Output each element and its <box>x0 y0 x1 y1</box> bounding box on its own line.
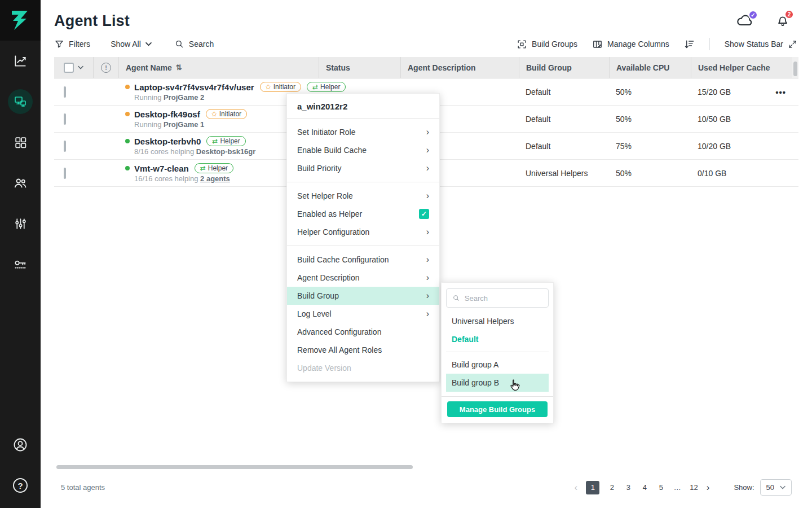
build-group-cell: Universal Helpers <box>519 169 609 178</box>
row-checkbox[interactable] <box>64 141 66 152</box>
agent-name: Desktop-terbvh0 <box>134 137 201 146</box>
available-cpu-cell: 50% <box>609 87 691 97</box>
manage-build-groups-button[interactable]: Manage Build Groups <box>447 401 548 417</box>
alert-icon: ! <box>101 63 111 73</box>
menu-item-build-cache-configuration[interactable]: Build Cache Configuration› <box>287 251 439 269</box>
scrollbar-thumb[interactable] <box>793 62 797 76</box>
grid-icon <box>14 135 28 150</box>
page-3[interactable]: 3 <box>624 483 632 492</box>
vertical-scrollbar[interactable] <box>792 57 798 78</box>
sort-arrows-icon[interactable]: ⇅ <box>176 63 182 72</box>
manage-columns-icon <box>592 39 603 50</box>
column-header-agent-description[interactable]: Agent Description <box>400 57 519 78</box>
build-groups-button[interactable]: Build Groups <box>517 39 577 50</box>
next-page-button[interactable]: › <box>707 482 710 493</box>
submenu-item-default[interactable]: Default <box>446 330 549 348</box>
help-icon: ? <box>13 478 28 493</box>
sort-button[interactable] <box>684 39 695 50</box>
page-title: Agent List <box>54 12 130 30</box>
page-4[interactable]: 4 <box>641 483 648 492</box>
agent-name: Laptop-sv4r7f4vsv4r7f4v/user <box>134 82 254 92</box>
select-all-checkbox[interactable] <box>64 63 74 73</box>
menu-item-set-initiator-role[interactable]: Set Initiator Role› <box>287 123 439 141</box>
filters-button[interactable]: Filters <box>54 39 90 49</box>
helper-badge: ⇄Helper <box>206 136 245 146</box>
row-checkbox[interactable] <box>64 113 66 125</box>
toolbar: Filters Show All Search Build Groups <box>41 32 812 57</box>
table-header: ! Agent Name ⇅ Status Agent Description … <box>54 57 798 78</box>
build-group-submenu: Universal Helpers Default Build group A … <box>441 282 554 423</box>
sidebar-item-dashboard[interactable] <box>0 41 41 81</box>
column-header-build-group[interactable]: Build Group <box>519 57 609 78</box>
checked-checkbox[interactable]: ✓ <box>419 209 429 219</box>
row-more-button[interactable]: ••• <box>775 87 786 97</box>
chevron-down-icon[interactable] <box>78 65 83 69</box>
used-helper-cache-cell: 10/20 GB <box>691 142 781 151</box>
show-all-dropdown[interactable]: Show All <box>111 40 152 49</box>
helper-icon: ⇄ <box>312 83 318 91</box>
notifications-button[interactable]: 2 <box>776 13 789 30</box>
header-icons: ✓ 2 <box>736 13 789 30</box>
available-cpu-cell: 50% <box>609 115 691 124</box>
menu-item-remove-all-agent-roles[interactable]: Remove All Agent Roles <box>287 341 439 359</box>
agent-context-menu: a_win2012r2 Set Initiator Role› Enable B… <box>286 93 440 382</box>
menu-item-enable-build-cache[interactable]: Enable Build Cache› <box>287 141 439 159</box>
column-header-agent-name[interactable]: Agent Name ⇅ <box>118 57 319 78</box>
sidebar-item-help[interactable]: ? <box>0 465 41 506</box>
sidebar-item-users[interactable] <box>0 163 41 203</box>
row-checkbox[interactable] <box>64 168 66 179</box>
chevron-right-icon: › <box>426 127 429 137</box>
page-header: Agent List ✓ 2 <box>41 0 812 32</box>
available-cpu-cell: 50% <box>609 169 691 178</box>
row-checkbox[interactable] <box>64 86 66 98</box>
used-helper-cache-cell: 10/50 GB <box>691 115 781 124</box>
filter-icon <box>54 39 64 49</box>
helper-icon: ⇄ <box>200 164 206 172</box>
menu-item-build-priority[interactable]: Build Priority› <box>287 159 439 177</box>
sidebar-item-settings[interactable] <box>0 203 41 244</box>
avatar-icon <box>12 437 28 453</box>
used-helper-cache-cell: 15/20 GB <box>691 87 781 97</box>
menu-item-update-version: Update Version <box>287 359 439 377</box>
sidebar-item-account[interactable] <box>0 424 41 465</box>
check-icon: ✓ <box>751 12 755 18</box>
cloud-status-button[interactable]: ✓ <box>736 14 753 29</box>
search-button[interactable]: Search <box>174 39 214 49</box>
submenu-item-build-group-a[interactable]: Build group A <box>446 356 549 374</box>
search-label: Search <box>189 40 214 49</box>
alert-column-header: ! <box>93 57 118 78</box>
submenu-item-universal-helpers[interactable]: Universal Helpers <box>446 312 549 330</box>
column-header-status[interactable]: Status <box>319 57 400 78</box>
menu-item-set-helper-role[interactable]: Set Helper Role› <box>287 187 439 205</box>
menu-item-build-group[interactable]: Build Group› <box>287 287 439 305</box>
sidebar-item-licenses[interactable] <box>0 244 41 284</box>
page-12[interactable]: 12 <box>690 483 698 492</box>
menu-item-log-level[interactable]: Log Level› <box>287 305 439 323</box>
page-ellipsis: … <box>673 483 681 492</box>
page-size-select[interactable]: 50 <box>760 479 792 496</box>
menu-item-helper-configuration[interactable]: Helper Configuration› <box>287 223 439 241</box>
menu-item-enabled-as-helper[interactable]: Enabled as Helper✓ <box>287 205 439 223</box>
menu-item-agent-description[interactable]: Agent Description› <box>287 269 439 287</box>
page-5[interactable]: 5 <box>657 483 665 492</box>
column-header-available-cpu[interactable]: Available CPU <box>609 57 691 78</box>
prev-page-button[interactable]: ‹ <box>575 482 578 493</box>
submenu-footer: Manage Build Groups <box>442 396 553 418</box>
page-1[interactable]: 1 <box>586 481 599 494</box>
helped-agents-link[interactable]: 2 agents <box>200 174 230 183</box>
show-status-bar-button[interactable]: Show Status Bar <box>725 40 797 49</box>
filters-label: Filters <box>69 40 90 49</box>
page-2[interactable]: 2 <box>608 483 616 492</box>
submenu-search-input[interactable] <box>465 294 542 303</box>
submenu-item-build-group-b[interactable]: Build group B <box>446 374 549 392</box>
horizontal-scrollbar[interactable] <box>56 465 413 469</box>
sidebar-item-builds[interactable] <box>0 122 41 163</box>
column-header-used-helper-cache[interactable]: Used Helper Cache <box>691 57 792 78</box>
manage-columns-button[interactable]: Manage Columns <box>592 39 669 50</box>
submenu-search[interactable] <box>446 288 549 308</box>
app-logo[interactable] <box>0 0 41 41</box>
sidebar-item-agents[interactable] <box>0 81 41 122</box>
footer: 5 total agents ‹ 1 2 3 4 5 … 12 › Show: … <box>41 475 812 508</box>
menu-item-advanced-configuration[interactable]: Advanced Configuration <box>287 323 439 341</box>
agents-icon <box>14 95 27 108</box>
